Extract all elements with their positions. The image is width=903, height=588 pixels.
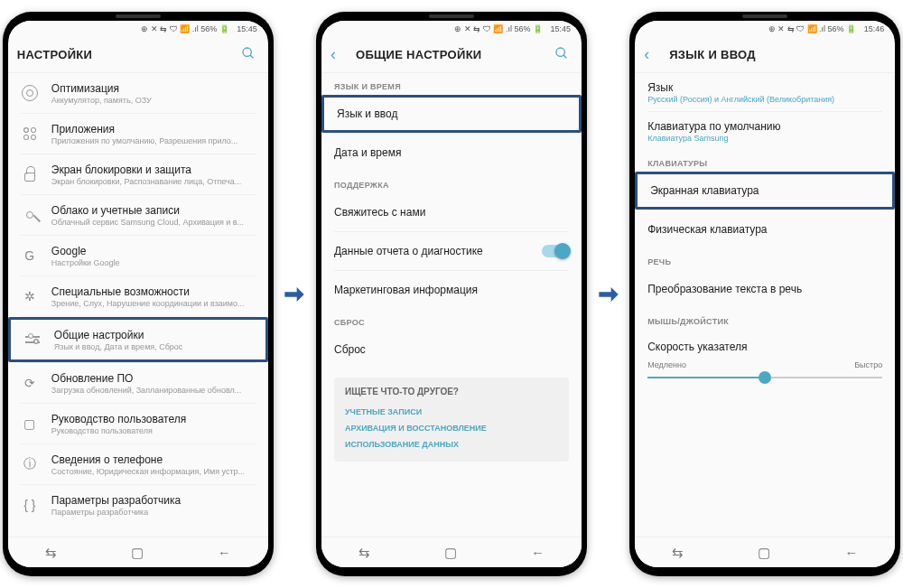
item-google[interactable]: G GoogleНастройки Google bbox=[8, 236, 268, 275]
item-marketing[interactable]: Маркетинговая информация bbox=[321, 271, 582, 309]
recents-button[interactable]: ⇆ bbox=[672, 545, 684, 561]
item-pointer-speed: Скорость указателя bbox=[635, 330, 895, 357]
item-general-settings[interactable]: Общие настройкиЯзык и ввод, Дата и время… bbox=[8, 317, 268, 362]
svg-point-0 bbox=[243, 48, 251, 56]
section-keyboards: КЛАВИАТУРЫ bbox=[635, 150, 895, 172]
item-onscreen-keyboard[interactable]: Экранная клавиатура bbox=[635, 172, 895, 210]
suggestion-backup[interactable]: АРХИВАЦИЯ И ВОССТАНОВЛЕНИЕ bbox=[345, 420, 558, 436]
phone-general-settings: ⊕ ✕ ⇆ 🛡 📶 .ıl 56% 🔋 15:45 ‹ ОБЩИЕ НАСТРО… bbox=[316, 12, 587, 576]
item-cloud[interactable]: Облако и учетные записиОблачный сервис S… bbox=[8, 195, 268, 235]
item-optimization[interactable]: ОптимизацияАккумулятор, память, ОЗУ bbox=[8, 73, 268, 113]
home-button[interactable]: ▢ bbox=[131, 545, 144, 561]
home-button[interactable]: ▢ bbox=[444, 545, 457, 561]
phone-settings: ⊕ ✕ ⇆ 🛡 📶 .ıl 56% 🔋 15:45 НАСТРОЙКИ Опти… bbox=[3, 12, 274, 576]
back-button[interactable]: ← bbox=[844, 545, 858, 560]
phone-language-input: ⊕ ✕ ⇆ 🛡 📶 .ıl 56% 🔋 15:46 ‹ ЯЗЫК И ВВОД … bbox=[629, 12, 900, 576]
item-tts[interactable]: Преобразование текста в речь bbox=[635, 270, 895, 308]
section-reset: СБРОС bbox=[321, 309, 582, 331]
nav-bar: ⇆ ▢ ← bbox=[321, 537, 582, 567]
arrow-icon bbox=[278, 278, 311, 311]
section-support: ПОДДЕРЖКА bbox=[321, 172, 582, 193]
update-icon: ⟳ bbox=[17, 370, 42, 396]
general-settings-list[interactable]: ЯЗЫК И ВРЕМЯ Язык и ввод Дата и время ПО… bbox=[321, 73, 582, 537]
nav-bar: ⇆ ▢ ← bbox=[8, 537, 268, 567]
settings-list[interactable]: ОптимизацияАккумулятор, память, ОЗУ Прил… bbox=[8, 73, 268, 537]
suggestions-box: ИЩЕТЕ ЧТО-ТО ДРУГОЕ? УЧЕТНЫЕ ЗАПИСИ АРХИ… bbox=[334, 378, 569, 462]
page-title: НАСТРОЙКИ bbox=[17, 48, 234, 61]
language-input-list[interactable]: ЯзыкРусский (Россия) и Английский (Велик… bbox=[635, 73, 895, 537]
item-software-update[interactable]: ⟳ Обновление ПОЗагрузка обновлений, Запл… bbox=[8, 363, 268, 403]
back-icon[interactable]: ‹ bbox=[644, 45, 662, 64]
item-accessibility[interactable]: ✲ Специальные возможностиЗрение, Слух, Н… bbox=[8, 276, 268, 316]
status-bar: ⊕ ✕ ⇆ 🛡 📶 .ıl 56% 🔋 15:46 bbox=[635, 21, 895, 37]
search-icon[interactable] bbox=[554, 46, 573, 63]
svg-point-2 bbox=[556, 48, 564, 56]
item-default-keyboard[interactable]: Клавиатура по умолчаниюКлавиатура Samsun… bbox=[635, 112, 895, 150]
page-title: ОБЩИЕ НАСТРОЙКИ bbox=[356, 48, 547, 61]
item-about-phone[interactable]: ⓘ Сведения о телефонеСостояние, Юридичес… bbox=[8, 444, 268, 484]
pointer-speed-slider[interactable]: МедленноБыстро bbox=[635, 357, 895, 397]
section-language-time: ЯЗЫК И ВРЕМЯ bbox=[321, 73, 582, 95]
section-speech: РЕЧЬ bbox=[635, 248, 895, 270]
item-developer[interactable]: { } Параметры разработчикаПараметры разр… bbox=[8, 485, 268, 525]
nav-bar: ⇆ ▢ ← bbox=[635, 537, 895, 567]
lock-icon bbox=[17, 162, 42, 187]
recents-button[interactable]: ⇆ bbox=[45, 545, 57, 561]
svg-line-1 bbox=[250, 55, 253, 58]
page-title: ЯЗЫК И ВВОД bbox=[669, 48, 886, 61]
sliders-icon bbox=[20, 327, 45, 352]
optimization-icon bbox=[17, 80, 42, 106]
info-icon: ⓘ bbox=[17, 452, 42, 477]
google-icon: G bbox=[17, 243, 42, 268]
item-physical-keyboard[interactable]: Физическая клавиатура bbox=[635, 210, 895, 248]
back-button[interactable]: ← bbox=[531, 545, 545, 560]
suggestion-data-usage[interactable]: ИСПОЛЬЗОВАНИЕ ДАННЫХ bbox=[345, 436, 558, 453]
item-diagnostics[interactable]: Данные отчета о диагностике bbox=[321, 232, 582, 270]
item-manual[interactable]: ▢ Руководство пользователяРуководство по… bbox=[8, 404, 268, 443]
arrow-icon bbox=[592, 278, 625, 311]
header: НАСТРОЙКИ bbox=[8, 37, 268, 73]
home-button[interactable]: ▢ bbox=[758, 545, 770, 561]
item-contact-us[interactable]: Свяжитесь с нами bbox=[321, 193, 582, 231]
back-icon[interactable]: ‹ bbox=[330, 45, 349, 64]
key-icon bbox=[17, 202, 42, 228]
status-bar: ⊕ ✕ ⇆ 🛡 📶 .ıl 56% 🔋 15:45 bbox=[8, 21, 268, 37]
diagnostics-toggle[interactable] bbox=[542, 245, 569, 257]
svg-line-3 bbox=[563, 55, 566, 58]
recents-button[interactable]: ⇆ bbox=[358, 545, 370, 561]
header: ‹ ЯЗЫК И ВВОД bbox=[635, 37, 895, 73]
item-reset[interactable]: Сброс bbox=[321, 331, 582, 369]
status-bar: ⊕ ✕ ⇆ 🛡 📶 .ıl 56% 🔋 15:45 bbox=[321, 21, 582, 37]
item-lockscreen[interactable]: Экран блокировки и защитаЭкран блокировк… bbox=[8, 154, 268, 194]
item-language-input[interactable]: Язык и ввод bbox=[321, 95, 582, 133]
accessibility-icon: ✲ bbox=[17, 284, 42, 309]
slider-thumb[interactable] bbox=[759, 371, 771, 384]
suggestion-accounts[interactable]: УЧЕТНЫЕ ЗАПИСИ bbox=[345, 404, 558, 420]
suggestions-title: ИЩЕТЕ ЧТО-ТО ДРУГОЕ? bbox=[345, 387, 558, 397]
dev-icon: { } bbox=[17, 492, 42, 518]
section-mouse: МЫШЬ/ДЖОЙСТИК bbox=[635, 308, 895, 330]
back-button[interactable]: ← bbox=[218, 545, 231, 560]
item-apps[interactable]: ПриложенияПриложения по умолчанию, Разре… bbox=[8, 114, 268, 154]
item-language[interactable]: ЯзыкРусский (Россия) и Английский (Велик… bbox=[635, 73, 895, 111]
search-icon[interactable] bbox=[241, 46, 259, 63]
apps-icon bbox=[17, 121, 42, 146]
item-date-time[interactable]: Дата и время bbox=[321, 134, 582, 172]
header: ‹ ОБЩИЕ НАСТРОЙКИ bbox=[321, 37, 582, 73]
book-icon: ▢ bbox=[17, 411, 42, 436]
